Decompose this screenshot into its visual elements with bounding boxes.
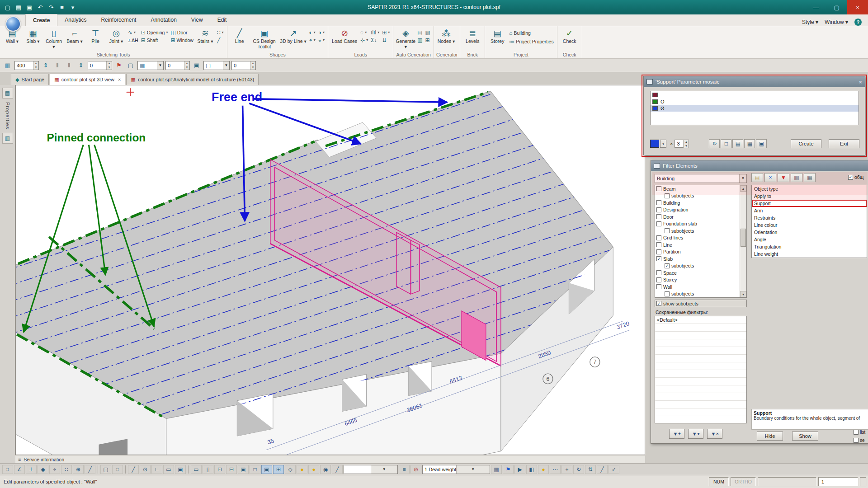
saved-filter-empty-row[interactable]	[655, 347, 746, 355]
bottom-tool-21[interactable]: ⊟	[226, 465, 237, 474]
chevron-down-icon[interactable]: ▼	[223, 61, 229, 70]
ribbon-item-[interactable]: ╱	[216, 37, 225, 43]
doc-tab-start-page[interactable]: ◆Start page	[11, 74, 49, 85]
ribbon-item-[interactable]: ▥	[416, 37, 423, 43]
bottom-tool-28[interactable]: ●	[308, 465, 319, 474]
funnel-button-2[interactable]: ▼×	[707, 429, 722, 439]
bottom-tool-29[interactable]: ◉	[320, 465, 331, 474]
scrollbar-thumb[interactable]	[741, 229, 746, 247]
ribbon-item-h[interactable]: ± ΔH	[127, 37, 139, 43]
filter-check-foundation-slab[interactable]: Foundation slab	[655, 221, 746, 228]
common-checkbox[interactable]: ✓ общ	[848, 174, 864, 180]
bottom-tool-23[interactable]: □	[250, 465, 260, 474]
bottom-tool-33[interactable]: ⊘	[410, 465, 421, 474]
checkbox-icon[interactable]	[854, 430, 859, 435]
se-checkbox[interactable]: se	[854, 438, 865, 443]
saved-filter-empty-row[interactable]	[655, 408, 746, 416]
ribbon-item-pile[interactable]: ⊤Pile	[85, 27, 105, 44]
list-checkbox[interactable]: list	[854, 430, 865, 435]
checkbox-icon[interactable]	[665, 291, 670, 296]
bottom-tool-25[interactable]: ⊞	[273, 465, 284, 474]
filter-check-beam[interactable]: Beam	[655, 185, 746, 192]
param-tool-2[interactable]: ▼	[778, 173, 789, 182]
saved-filter-empty-row[interactable]	[655, 378, 746, 385]
saved-filter-empty-row[interactable]	[655, 385, 746, 393]
ribbon-tab-view[interactable]: View	[184, 14, 210, 26]
new-file-icon[interactable]: ▢	[4, 3, 12, 11]
ribbon-item-[interactable]: Σ↓	[370, 37, 380, 43]
checkbox-icon[interactable]	[665, 193, 670, 198]
filter-check-subobjects[interactable]: subobjects	[655, 291, 746, 298]
redo-icon[interactable]: ↷	[47, 3, 55, 11]
menu-style[interactable]: Style ▾	[802, 19, 818, 25]
checkbox-icon[interactable]: ✓	[665, 263, 670, 268]
close-icon[interactable]: ×	[859, 79, 862, 85]
param-row-restraints[interactable]: Restraints	[752, 214, 867, 221]
checkbox-icon[interactable]	[656, 221, 661, 226]
bottom-tool-4[interactable]: ⌖	[49, 465, 60, 474]
open-file-icon[interactable]: ▤	[14, 3, 23, 11]
checkbox-icon[interactable]	[656, 214, 661, 219]
ribbon-item-door[interactable]: ◫Door	[170, 29, 194, 36]
load-case-combo[interactable]: 1.Dead weight▼	[422, 465, 490, 474]
bottom-tool-41[interactable]: +	[561, 465, 572, 474]
saved-filter-empty-row[interactable]	[655, 324, 746, 332]
param-row-angle[interactable]: Angle	[752, 236, 867, 243]
bottom-tool-2[interactable]: ⊥	[26, 465, 37, 474]
ribbon-tab-annotation[interactable]: Annotation	[143, 14, 184, 26]
bottom-tool-9[interactable]: ▢	[100, 465, 111, 474]
bottom-tool-16[interactable]: ▣	[175, 465, 186, 474]
ribbon-item-shaft[interactable]: ⊟Shaft	[140, 37, 169, 43]
bottom-tool-7[interactable]: ╱	[85, 465, 95, 474]
saved-filter-empty-row[interactable]	[655, 393, 746, 401]
ribbon-item-[interactable]: ◒▾	[317, 37, 326, 43]
object-type-dropdown[interactable]: Building ▼	[655, 174, 747, 183]
color-dropdown-icon[interactable]: ▾	[660, 140, 666, 148]
toolbar2-icon-5[interactable]: ⇕	[76, 61, 86, 70]
param-row-apply-to[interactable]: Apply to	[752, 192, 867, 200]
saved-filter-empty-row[interactable]	[655, 332, 746, 339]
checkbox-icon[interactable]	[656, 200, 661, 205]
create-button[interactable]: Create	[791, 139, 821, 148]
scroll-up-icon[interactable]: ▲	[740, 185, 746, 192]
maximize-button[interactable]: ▢	[826, 0, 847, 14]
ortho-indicator[interactable]: ORTHO	[731, 477, 756, 486]
bottom-tool-45[interactable]: ✓	[609, 465, 619, 474]
filter-check-line[interactable]: Line	[655, 241, 746, 249]
element-type-checklist[interactable]: BeamsubobjectsBuildingDesignationDoorFou…	[655, 185, 747, 298]
chevron-down-icon[interactable]: ▼	[739, 174, 746, 183]
bottom-tool-27[interactable]: ●	[297, 465, 307, 474]
saved-filter-empty-row[interactable]	[655, 362, 746, 370]
saved-filter-empty-row[interactable]	[655, 370, 746, 378]
bottom-tool-22[interactable]: ▣	[238, 465, 249, 474]
ribbon-item-check[interactable]: ✓Check	[560, 27, 580, 44]
toolbar2-combo-12[interactable]: ▢▼	[203, 61, 230, 70]
checkbox-icon[interactable]	[656, 249, 661, 254]
service-information-bar[interactable]: ≡ Service information	[15, 455, 645, 463]
param-tool-0[interactable]: ▤	[751, 173, 763, 182]
ribbon-item-load-cases[interactable]: ⊘Load Cases	[330, 27, 359, 44]
param-row-orientation[interactable]: Orientation	[752, 229, 867, 236]
count-stepper[interactable]: 3 ▲▼	[675, 140, 689, 148]
param-row-triangulation[interactable]: Triangulation	[752, 243, 867, 250]
param-row-line-colour[interactable]: Line colour	[752, 221, 867, 229]
checkbox-icon[interactable]	[656, 242, 661, 247]
scroll-down-icon[interactable]: ▼	[740, 291, 746, 297]
bottom-tool-43[interactable]: ⇅	[585, 465, 596, 474]
filter-check-grid-lines[interactable]: Grid lines	[655, 235, 746, 242]
param-row-support[interactable]: Support	[752, 200, 867, 207]
doc-tab-contour-plot-spf-analytical-model-of-str[interactable]: ▦contour plot.spf:Analytical model of st…	[126, 74, 259, 85]
mosaic-row[interactable]: O	[651, 98, 859, 105]
num-lock-indicator[interactable]: NUM	[709, 477, 729, 486]
toolbar2-icon-7[interactable]: ⚑	[114, 61, 124, 70]
filter-check-storey[interactable]: Storey	[655, 277, 746, 284]
bottom-tool-30[interactable]: ╱	[332, 465, 343, 474]
ribbon-item-[interactable]: ∷▾	[216, 29, 225, 36]
checkbox-icon[interactable]: ✓	[656, 301, 661, 306]
bottom-tool-35[interactable]: ▦	[491, 465, 502, 474]
filter-check-subobjects[interactable]: subobjects	[655, 192, 746, 200]
show-button[interactable]: Show	[792, 432, 818, 441]
checkbox-icon[interactable]: ✓	[656, 256, 661, 261]
filter-check-slab[interactable]: ✓Slab	[655, 255, 746, 263]
mosaic-tool-4[interactable]: ▣	[756, 139, 767, 148]
